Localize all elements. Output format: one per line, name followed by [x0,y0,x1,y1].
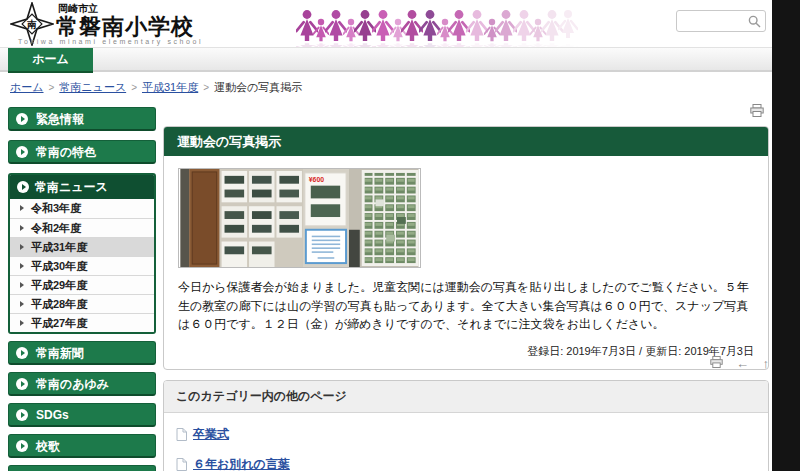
sidebar-item-features[interactable]: 常南の特色 [8,140,156,164]
sidebar-item-label: 校歌 [36,439,60,453]
breadcrumb-separator: > [49,82,55,93]
sidebar-year-r3[interactable]: 令和3年度 [10,199,154,218]
sidebar-item-newspaper[interactable]: 常南新聞 [8,341,156,365]
sidebar-year-h29[interactable]: 平成29年度 [10,275,154,294]
category-link-graduation[interactable]: 卒業式 [193,426,229,443]
article-action-icons: ← ↑ [163,354,769,372]
sidebar-item-school-song[interactable]: 校歌 [8,434,156,458]
sports-day-photo: ¥600 [178,168,421,268]
sidebar-item-label: 常南新聞 [36,346,84,360]
play-circle-icon [16,113,28,125]
list-item: 卒業式 [176,419,756,449]
sidebar-year-h27[interactable]: 平成27年度 [10,313,154,332]
nav-home-tab[interactable]: ホーム [8,48,93,73]
sidebar-year-r2[interactable]: 令和2年度 [10,218,154,237]
page-top-arrow-button[interactable]: ↑ [763,356,770,371]
page: 南 岡崎市立 常磐南小学校 Tokiwa minami elementary s… [0,0,800,471]
sidebar-item-label: 常南ニュース [35,180,108,194]
sidebar-item-label: 緊急情報 [36,112,84,126]
search-icon[interactable] [748,15,761,28]
sidebar: 緊急情報 常南の特色 常南ニュース 令和3年度 令和2年度 平成31年度 平成3… [8,107,156,471]
site-header: 南 岡崎市立 常磐南小学校 Tokiwa minami elementary s… [0,0,772,47]
play-circle-icon [16,409,28,421]
article-card: 運動会の写真掲示 [163,126,769,370]
play-circle-icon [16,378,28,390]
sidebar-item-sdgs[interactable]: SDGs [8,403,156,427]
category-list: 卒業式 ６年お別れの言葉 ６年生家庭科調理実習 [164,413,768,471]
page-icon [176,428,187,441]
svg-text:南: 南 [27,19,37,30]
sidebar-item-label: SDGs [36,408,69,422]
sidebar-item-news[interactable]: 常南ニュース [10,175,154,199]
play-circle-icon [16,146,28,158]
sidebar-year-h30[interactable]: 平成30年度 [10,256,154,275]
back-arrow-button[interactable]: ← [736,356,749,371]
play-circle-icon [16,440,28,452]
breadcrumb: ホーム>常南ニュース>平成31年度>運動会の写真掲示 [10,80,302,95]
sidebar-year-h28[interactable]: 平成28年度 [10,294,154,313]
breadcrumb-news[interactable]: 常南ニュース [59,81,126,93]
breadcrumb-home[interactable]: ホーム [10,81,44,93]
category-title: このカテゴリー内の他のページ [164,381,768,413]
sidebar-news-group: 常南ニュース 令和3年度 令和2年度 平成31年度 平成30年度 平成29年度 … [8,173,156,334]
category-link-farewell-words[interactable]: ６年お別れの言葉 [193,456,290,471]
breadcrumb-separator: > [203,82,209,93]
sidebar-item-label: 常南の特色 [36,145,96,159]
search-input[interactable] [677,12,748,30]
sidebar-item-history[interactable]: 常南のあゆみ [8,372,156,396]
article-body: ¥600 [164,156,768,369]
sidebar-item-partial[interactable] [8,465,156,471]
main-navbar: ホーム [0,47,772,72]
print-button[interactable] [710,356,723,371]
sidebar-item-label: 常南のあゆみ [36,377,109,391]
play-circle-icon [17,181,29,193]
screen-edge-black-strip [772,0,800,471]
breadcrumb-year[interactable]: 平成31年度 [142,81,198,93]
article-text: 今日から保護者会が始まりました。児童玄関には運動会の写真を貼り出しましたのでご覧… [178,278,754,334]
list-item: ６年お別れの言葉 [176,449,756,471]
sidebar-year-h31-active[interactable]: 平成31年度 [10,237,154,256]
breadcrumb-current: 運動会の写真掲示 [214,81,302,93]
play-circle-icon [16,347,28,359]
school-name-english: Tokiwa minami elementary school [18,38,203,45]
page-icon [176,458,187,471]
category-card: このカテゴリー内の他のページ 卒業式 ６年お別れの言葉 [163,380,769,471]
breadcrumb-separator: > [131,82,137,93]
search-box [676,10,766,32]
print-button[interactable] [750,103,764,121]
photo-price-label: ¥600 [309,176,324,183]
sidebar-item-emergency[interactable]: 緊急情報 [8,107,156,131]
article-title: 運動会の写真掲示 [164,127,768,156]
